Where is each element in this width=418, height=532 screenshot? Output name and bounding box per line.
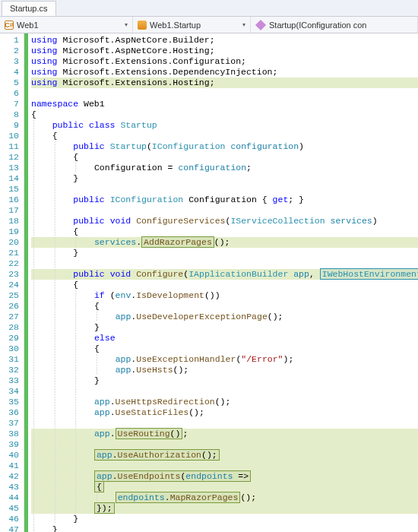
code-area[interactable]: using Microsoft.AspNetCore.Builder;using… — [28, 33, 418, 532]
nav-project-label: Web1 — [17, 21, 39, 30]
tab-startup-cs[interactable]: Startup.cs — [2, 1, 56, 16]
class-icon — [138, 21, 147, 30]
nav-member-label: Startup(IConfiguration con — [269, 21, 366, 30]
line-number-gutter: 1234567891011121314151617181920212223242… — [0, 33, 24, 532]
nav-class-dropdown[interactable]: Web1.Startup ▾ — [133, 17, 251, 33]
code-editor[interactable]: 1234567891011121314151617181920212223242… — [0, 33, 418, 532]
chevron-down-icon: ▾ — [242, 21, 245, 28]
nav-member-dropdown[interactable]: Startup(IConfiguration con — [251, 17, 418, 33]
nav-class-label: Web1.Startup — [150, 21, 201, 30]
nav-project-dropdown[interactable]: C# Web1 ▾ — [0, 17, 133, 33]
method-icon — [255, 19, 266, 30]
tab-bar: Startup.cs — [0, 0, 418, 17]
chevron-down-icon: ▾ — [125, 21, 128, 28]
csharp-file-icon: C# — [5, 21, 14, 30]
navigation-bar: C# Web1 ▾ Web1.Startup ▾ Startup(IConfig… — [0, 17, 418, 33]
